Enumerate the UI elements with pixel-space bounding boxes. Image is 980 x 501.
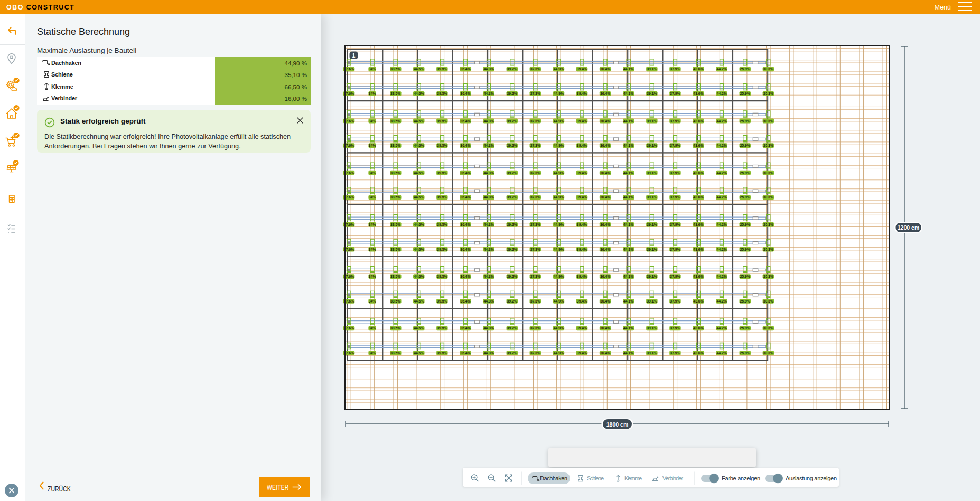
svg-text:34%: 34% — [369, 326, 376, 330]
svg-text:30.3%: 30.3% — [763, 223, 773, 226]
svg-text:37.9%: 37.9% — [670, 92, 680, 96]
svg-text:Klemme: Klemme — [624, 475, 642, 481]
svg-text:37.3%: 37.3% — [530, 223, 540, 226]
svg-text:44.9%: 44.9% — [554, 144, 564, 147]
svg-text:25.9%: 25.9% — [740, 223, 750, 226]
svg-text:25.9%: 25.9% — [740, 144, 750, 147]
svg-text:44.6%: 44.6% — [414, 299, 424, 303]
svg-text:37.3%: 37.3% — [530, 92, 540, 96]
svg-text:37.3%: 37.3% — [530, 326, 540, 330]
svg-text:36.4%: 36.4% — [600, 67, 610, 71]
svg-text:39.4%: 39.4% — [577, 67, 587, 71]
svg-text:37.3%: 37.3% — [530, 144, 540, 147]
svg-text:39.5%: 39.5% — [437, 326, 447, 330]
svg-text:39.1%: 39.1% — [647, 275, 657, 278]
svg-text:Verbinder: Verbinder — [662, 475, 683, 481]
svg-text:37.9%: 37.9% — [670, 275, 680, 278]
svg-text:44.3%: 44.3% — [483, 92, 493, 96]
svg-text:38.5%: 38.5% — [390, 171, 400, 175]
svg-text:30.3%: 30.3% — [763, 67, 773, 71]
svg-text:39.5%: 39.5% — [437, 351, 447, 355]
svg-text:39.1%: 39.1% — [647, 223, 657, 226]
svg-text:37.9%: 37.9% — [670, 195, 680, 199]
svg-text:37.9%: 37.9% — [670, 144, 680, 147]
svg-text:44.6%: 44.6% — [414, 144, 424, 147]
svg-text:39.5%: 39.5% — [437, 92, 447, 96]
svg-text:25.9%: 25.9% — [740, 275, 750, 278]
svg-text:38.5%: 38.5% — [390, 195, 400, 199]
svg-text:44.3%: 44.3% — [483, 195, 493, 199]
svg-text:1200 cm: 1200 cm — [898, 224, 919, 231]
svg-text:30.3%: 30.3% — [763, 119, 773, 123]
svg-text:44.1%: 44.1% — [623, 92, 633, 96]
svg-text:25.9%: 25.9% — [740, 299, 750, 303]
svg-text:39.5%: 39.5% — [437, 223, 447, 226]
svg-text:39.2%: 39.2% — [507, 351, 517, 355]
svg-text:39.1%: 39.1% — [647, 144, 657, 147]
svg-text:36.4%: 36.4% — [600, 171, 610, 175]
svg-text:44.9%: 44.9% — [554, 195, 564, 199]
svg-text:36.4%: 36.4% — [460, 223, 470, 226]
svg-text:36.4%: 36.4% — [460, 351, 470, 355]
svg-text:39.4%: 39.4% — [577, 171, 587, 175]
svg-text:44.1%: 44.1% — [623, 195, 633, 199]
svg-text:39.4%: 39.4% — [577, 326, 587, 330]
svg-text:39.2%: 39.2% — [507, 299, 517, 303]
svg-text:Dachhaken: Dachhaken — [540, 475, 567, 481]
svg-text:44.3%: 44.3% — [483, 119, 493, 123]
svg-text:38.5%: 38.5% — [390, 351, 400, 355]
svg-text:39.2%: 39.2% — [507, 119, 517, 123]
svg-text:34%: 34% — [369, 275, 376, 278]
svg-text:44.3%: 44.3% — [483, 299, 493, 303]
svg-text:39.2%: 39.2% — [507, 67, 517, 71]
svg-text:36.4%: 36.4% — [600, 92, 610, 96]
svg-text:1800 cm: 1800 cm — [606, 421, 628, 428]
svg-text:44.2%: 44.2% — [716, 299, 726, 303]
svg-text:39.2%: 39.2% — [507, 223, 517, 226]
svg-text:39.4%: 39.4% — [577, 351, 587, 355]
svg-text:39.5%: 39.5% — [437, 275, 447, 278]
svg-text:25.9%: 25.9% — [740, 195, 750, 199]
svg-text:44.3%: 44.3% — [483, 144, 493, 147]
svg-text:44.2%: 44.2% — [716, 92, 726, 96]
svg-text:39.4%: 39.4% — [577, 299, 587, 303]
svg-text:39.1%: 39.1% — [647, 248, 657, 251]
svg-text:37.9%: 37.9% — [670, 326, 680, 330]
svg-text:38.5%: 38.5% — [390, 67, 400, 71]
svg-text:39.4%: 39.4% — [577, 223, 587, 226]
svg-text:Auslastung anzeigen: Auslastung anzeigen — [786, 475, 837, 481]
svg-text:44.3%: 44.3% — [483, 351, 493, 355]
svg-text:39.4%: 39.4% — [577, 92, 587, 96]
svg-text:37.3%: 37.3% — [530, 248, 540, 251]
svg-text:44.6%: 44.6% — [414, 119, 424, 123]
svg-text:34%: 34% — [369, 171, 376, 175]
svg-text:44.9%: 44.9% — [554, 92, 564, 96]
svg-text:39.4%: 39.4% — [577, 248, 587, 251]
svg-text:44.6%: 44.6% — [414, 223, 424, 226]
svg-text:25.9%: 25.9% — [740, 67, 750, 71]
svg-text:44.9%: 44.9% — [554, 299, 564, 303]
svg-text:36.4%: 36.4% — [600, 326, 610, 330]
svg-text:43.6%: 43.6% — [693, 299, 703, 303]
svg-text:44.6%: 44.6% — [414, 275, 424, 278]
svg-text:25.9%: 25.9% — [740, 326, 750, 330]
svg-text:36.4%: 36.4% — [460, 119, 470, 123]
svg-text:39.4%: 39.4% — [577, 275, 587, 278]
svg-text:25.9%: 25.9% — [740, 92, 750, 96]
svg-text:39.2%: 39.2% — [507, 144, 517, 147]
svg-text:43.6%: 43.6% — [693, 248, 703, 251]
svg-text:37.3%: 37.3% — [530, 195, 540, 199]
svg-text:44.6%: 44.6% — [414, 248, 424, 251]
svg-text:36.4%: 36.4% — [600, 275, 610, 278]
svg-text:34%: 34% — [369, 195, 376, 199]
svg-text:44.1%: 44.1% — [623, 119, 633, 123]
svg-text:37.3%: 37.3% — [530, 275, 540, 278]
svg-text:30.3%: 30.3% — [763, 351, 773, 355]
svg-text:44.9%: 44.9% — [554, 67, 564, 71]
svg-text:37.9%: 37.9% — [670, 171, 680, 175]
svg-text:38.5%: 38.5% — [390, 223, 400, 226]
svg-text:44.3%: 44.3% — [483, 275, 493, 278]
svg-text:43.6%: 43.6% — [693, 275, 703, 278]
svg-text:37.9%: 37.9% — [670, 119, 680, 123]
svg-text:30.3%: 30.3% — [763, 195, 773, 199]
